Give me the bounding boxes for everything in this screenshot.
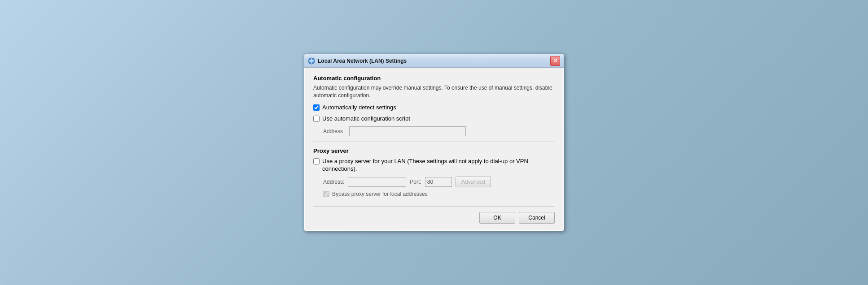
window-content: Automatic configuration Automatic config… bbox=[304, 68, 564, 230]
bypass-label[interactable]: Bypass proxy server for local addresses bbox=[332, 191, 428, 197]
window-icon bbox=[308, 57, 315, 65]
automatic-config-section: Automatic configuration Automatic config… bbox=[313, 75, 555, 136]
window-title: Local Area Network (LAN) Settings bbox=[318, 58, 543, 64]
title-bar: Local Area Network (LAN) Settings ✕ bbox=[304, 54, 564, 68]
use-proxy-row: Use a proxy server for your LAN (These s… bbox=[313, 158, 555, 173]
script-address-label: Address bbox=[323, 128, 346, 134]
cancel-button[interactable]: Cancel bbox=[519, 212, 555, 224]
button-row: OK Cancel bbox=[313, 206, 555, 224]
auto-config-title: Automatic configuration bbox=[313, 75, 555, 82]
close-button[interactable]: ✕ bbox=[550, 56, 560, 66]
ok-button[interactable]: OK bbox=[479, 212, 515, 224]
proxy-address-row: Address: Port: Advanced bbox=[323, 177, 555, 187]
desktop-background: Local Area Network (LAN) Settings ✕ Auto… bbox=[0, 0, 868, 285]
lan-settings-dialog: Local Area Network (LAN) Settings ✕ Auto… bbox=[304, 54, 564, 231]
auto-detect-checkbox[interactable] bbox=[313, 104, 320, 111]
proxy-port-input[interactable] bbox=[425, 177, 452, 187]
proxy-address-input[interactable] bbox=[348, 177, 406, 187]
proxy-section-title: Proxy server bbox=[313, 147, 555, 154]
bypass-checkbox[interactable] bbox=[323, 191, 329, 197]
section-divider bbox=[313, 142, 555, 142]
auto-detect-row: Automatically detect settings bbox=[313, 104, 555, 112]
auto-detect-label[interactable]: Automatically detect settings bbox=[322, 104, 396, 112]
use-script-checkbox[interactable] bbox=[313, 116, 320, 122]
advanced-button[interactable]: Advanced bbox=[456, 177, 491, 187]
bypass-row: Bypass proxy server for local addresses bbox=[323, 191, 555, 197]
use-script-row: Use automatic configuration script bbox=[313, 115, 555, 123]
proxy-server-section: Proxy server Use a proxy server for your… bbox=[313, 147, 555, 197]
script-address-input[interactable] bbox=[349, 126, 466, 136]
use-proxy-label[interactable]: Use a proxy server for your LAN (These s… bbox=[322, 158, 555, 173]
use-script-label[interactable]: Use automatic configuration script bbox=[322, 115, 410, 123]
use-proxy-checkbox[interactable] bbox=[313, 158, 320, 164]
proxy-port-label: Port: bbox=[410, 179, 421, 185]
script-address-row: Address bbox=[323, 126, 555, 136]
auto-config-description: Automatic configuration may override man… bbox=[313, 84, 555, 99]
proxy-address-label: Address: bbox=[323, 179, 344, 185]
